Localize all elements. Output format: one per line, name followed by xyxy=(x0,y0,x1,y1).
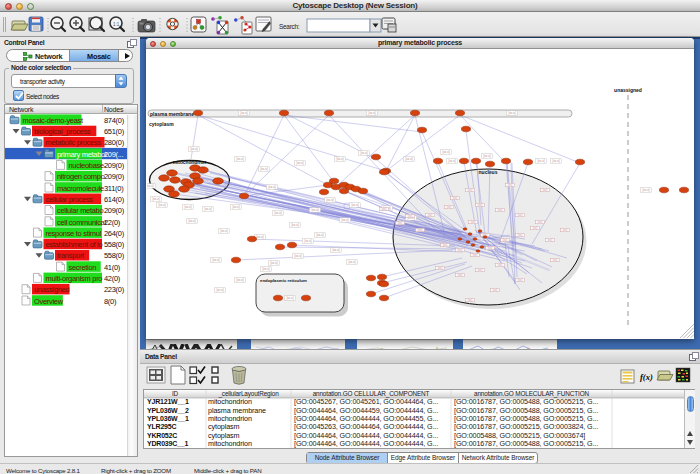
svg-text:[xx-x]: [xx-x] xyxy=(236,157,243,161)
svg-text:651(0): 651(0) xyxy=(104,128,125,137)
svg-text:nucleus: nucleus xyxy=(479,169,498,175)
svg-text:Overview: Overview xyxy=(34,297,64,306)
svg-text:mosaic-demo-yeast: mosaic-demo-yeast xyxy=(23,116,85,125)
svg-text:YDR039C__1: YDR039C__1 xyxy=(147,440,188,447)
svg-text:[xx-x]: [xx-x] xyxy=(232,205,239,209)
svg-text:[xx-x]: [xx-x] xyxy=(348,260,355,264)
svg-text:[xx-x]: [xx-x] xyxy=(216,288,223,292)
svg-text:614(0): 614(0) xyxy=(104,195,125,204)
svg-text:[xx]: [xx] xyxy=(428,213,433,217)
svg-text:multi-organism pro: multi-organism pro xyxy=(46,274,103,283)
svg-text:[xx]: [xx] xyxy=(533,226,538,230)
svg-text:macromolecule: macromolecule xyxy=(57,184,104,193)
svg-text:[xx-x]: [xx-x] xyxy=(448,159,455,163)
svg-text:[xx-x]: [xx-x] xyxy=(291,223,298,227)
svg-text:[xx-x]: [xx-x] xyxy=(508,111,515,115)
svg-text:[xx-x]: [xx-x] xyxy=(304,239,311,243)
svg-text:209(0): 209(0) xyxy=(104,173,125,182)
svg-text:[xx-x]: [xx-x] xyxy=(152,197,159,201)
svg-text:[xx]: [xx] xyxy=(453,196,458,200)
svg-text:mitochondrion: mitochondrion xyxy=(173,160,207,165)
svg-text:secretion: secretion xyxy=(69,263,97,272)
svg-text:Search:: Search: xyxy=(279,23,300,30)
svg-text:mitochondrion: mitochondrion xyxy=(208,439,252,448)
svg-text:[xx-x]: [xx-x] xyxy=(311,208,318,212)
svg-text:22(0): 22(0) xyxy=(104,218,121,227)
svg-text:[xx-x]: [xx-x] xyxy=(360,151,367,155)
svg-text:cellular process: cellular process xyxy=(46,195,94,204)
svg-text:YJR121W__1: YJR121W__1 xyxy=(147,398,189,405)
svg-text:[xx]: [xx] xyxy=(503,238,508,242)
svg-text:[GO:0044464, GO:0044444, GO:00: [GO:0044464, GO:0044444, GO:0044444, G..… xyxy=(294,439,438,448)
svg-text:[xx-x]: [xx-x] xyxy=(184,205,191,209)
svg-text:[xx-x]: [xx-x] xyxy=(442,150,449,154)
svg-text:nucleobase-: nucleobase- xyxy=(69,161,107,170)
svg-text:[xx-x]: [xx-x] xyxy=(296,161,303,165)
svg-text:[xx-x]: [xx-x] xyxy=(368,111,375,115)
svg-text:[xx-x]: [xx-x] xyxy=(220,229,227,233)
svg-text:[xx]: [xx] xyxy=(447,205,452,209)
svg-text:transport: transport xyxy=(57,252,85,261)
svg-text:874(0): 874(0) xyxy=(104,116,125,125)
svg-text:[xx-x]: [xx-x] xyxy=(326,198,333,202)
svg-text:558(0): 558(0) xyxy=(104,240,125,249)
svg-text:YKR052C: YKR052C xyxy=(147,432,177,439)
svg-text:[xx]: [xx] xyxy=(438,266,443,270)
svg-text:41(0): 41(0) xyxy=(104,263,121,272)
svg-text:[xx]: [xx] xyxy=(478,268,483,272)
svg-text:biological_process: biological_process xyxy=(34,128,91,137)
svg-text:[xx]: [xx] xyxy=(548,238,553,242)
svg-text:264(0): 264(0) xyxy=(104,229,125,238)
svg-text:[xx-x]: [xx-x] xyxy=(274,211,281,215)
svg-text:endoplasmic reticulum: endoplasmic reticulum xyxy=(260,278,307,283)
svg-text:[xx]: [xx] xyxy=(553,258,558,262)
svg-text:[xx]: [xx] xyxy=(471,220,476,224)
svg-text:[xx-x]: [xx-x] xyxy=(212,258,219,262)
svg-text:[xx]: [xx] xyxy=(498,208,503,212)
svg-text:311(0): 311(0) xyxy=(104,184,124,193)
svg-text:[xx-x]: [xx-x] xyxy=(483,154,490,158)
svg-text:[xx-x]: [xx-x] xyxy=(294,254,301,258)
svg-text:[xx-x]: [xx-x] xyxy=(158,203,165,207)
svg-text:[xx-x]: [xx-x] xyxy=(256,235,263,239)
svg-text:[xx]: [xx] xyxy=(518,213,523,217)
svg-text:cytoplasm: cytoplasm xyxy=(149,121,174,127)
svg-text:[xx]: [xx] xyxy=(473,253,478,257)
svg-text:[xx]: [xx] xyxy=(458,248,463,252)
svg-text:[xx-x]: [xx-x] xyxy=(147,184,154,188)
svg-text:[xx-x]: [xx-x] xyxy=(190,147,197,151)
svg-text:[xx]: [xx] xyxy=(478,203,483,207)
svg-text:[xx-x]: [xx-x] xyxy=(286,296,293,300)
svg-text:8(0): 8(0) xyxy=(104,297,117,306)
svg-text:[xx-x]: [xx-x] xyxy=(351,203,358,207)
svg-text:558(0): 558(0) xyxy=(104,252,125,261)
svg-text:[xx-x]: [xx-x] xyxy=(332,248,339,252)
svg-text:[xx-x]: [xx-x] xyxy=(262,267,269,271)
svg-text:[xx-x]: [xx-x] xyxy=(316,233,323,237)
svg-text:YPL036W__1: YPL036W__1 xyxy=(147,415,189,422)
svg-text:[xx-x]: [xx-x] xyxy=(270,261,277,265)
svg-text:[xx-x]: [xx-x] xyxy=(642,188,649,192)
svg-text:[xx-x]: [xx-x] xyxy=(405,157,412,161)
svg-text:[xx]: [xx] xyxy=(493,288,498,292)
svg-text:[xx]: [xx] xyxy=(382,207,387,211)
svg-text:[xx-x]: [xx-x] xyxy=(240,111,247,115)
svg-text:[xx]: [xx] xyxy=(488,246,493,250)
svg-text:unassigned: unassigned xyxy=(34,286,69,295)
svg-text:[xx-x]: [xx-x] xyxy=(236,278,243,282)
svg-text:YPL036W__2: YPL036W__2 xyxy=(147,407,189,414)
svg-text:f(x): f(x) xyxy=(640,372,653,382)
svg-text:plasma membrane: plasma membrane xyxy=(150,111,194,117)
svg-text:[xx]: [xx] xyxy=(543,188,548,192)
svg-text:209(...: 209(... xyxy=(104,150,123,159)
svg-text:YLR295C: YLR295C xyxy=(147,423,176,430)
svg-text:metabolic process: metabolic process xyxy=(46,139,102,148)
svg-text:[xx]: [xx] xyxy=(508,183,513,187)
svg-text:response to stimul: response to stimul xyxy=(46,229,102,238)
svg-text:[GO:0016787, GO:0005488, GO:00: [GO:0016787, GO:0005488, GO:0005215, G..… xyxy=(454,439,598,448)
svg-text:1:1: 1:1 xyxy=(113,22,120,27)
svg-text:[xx-x]: [xx-x] xyxy=(260,167,267,171)
svg-text:ID: ID xyxy=(172,390,179,397)
svg-text:[xx-x]: [xx-x] xyxy=(268,185,275,189)
svg-text:unassigned: unassigned xyxy=(614,87,642,93)
